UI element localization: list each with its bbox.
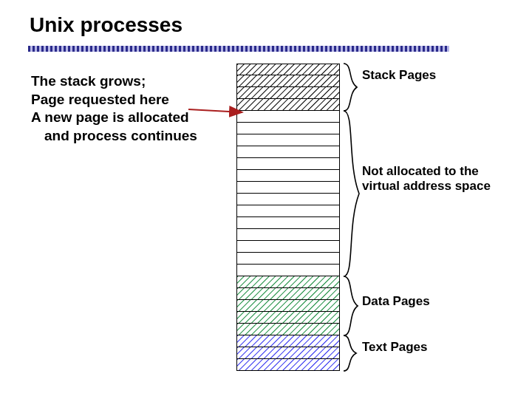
svg-rect-8	[237, 87, 340, 99]
brace-not-allocated	[344, 111, 359, 276]
memory-row-stack	[236, 75, 340, 87]
svg-rect-16	[237, 300, 340, 312]
label-not-allocated-l1: Not allocated to the	[362, 164, 479, 178]
label-text-pages: Text Pages	[362, 340, 428, 355]
svg-rect-12	[237, 276, 340, 288]
title-divider	[28, 46, 449, 52]
memory-row-empty	[236, 265, 340, 276]
svg-rect-26	[237, 359, 340, 371]
desc-line-3: A new page is allocated	[31, 109, 189, 125]
svg-rect-14	[237, 288, 340, 300]
desc-line-4: and process continues	[31, 127, 197, 146]
memory-row-empty	[236, 194, 340, 205]
memory-row-empty	[236, 123, 340, 134]
memory-row-empty	[236, 111, 340, 123]
memory-row-empty	[236, 134, 340, 146]
memory-row-stack	[236, 64, 340, 75]
memory-row-data	[236, 312, 340, 324]
memory-row-empty	[236, 217, 340, 229]
desc-line-2: Page requested here	[31, 92, 169, 107]
svg-rect-4	[237, 64, 340, 75]
memory-row-empty	[236, 182, 340, 194]
svg-rect-20	[237, 324, 340, 335]
svg-rect-2	[28, 46, 449, 52]
memory-row-text	[236, 335, 340, 347]
desc-line-1: The stack grows;	[31, 73, 146, 89]
memory-row-text	[236, 347, 340, 359]
label-not-allocated-l2: virtual address space	[362, 179, 491, 193]
memory-row-empty	[236, 205, 340, 217]
slide-title: Unix processes	[30, 13, 183, 37]
memory-row-data	[236, 300, 340, 312]
memory-row-empty	[236, 158, 340, 170]
memory-column	[236, 64, 340, 371]
memory-row-data	[236, 288, 340, 300]
memory-row-text	[236, 359, 340, 371]
svg-rect-10	[237, 99, 340, 111]
memory-row-data	[236, 276, 340, 288]
brace-data	[344, 276, 358, 335]
memory-row-empty	[236, 241, 340, 253]
memory-row-empty	[236, 146, 340, 158]
slide: Unix processes The stack grows; Page req…	[0, 0, 532, 399]
memory-row-stack	[236, 99, 340, 111]
svg-rect-18	[237, 312, 340, 324]
memory-row-stack	[236, 87, 340, 99]
svg-rect-6	[237, 75, 340, 87]
label-stack-pages: Stack Pages	[362, 68, 436, 83]
svg-rect-22	[237, 335, 340, 347]
memory-row-data	[236, 324, 340, 335]
brace-text	[344, 335, 356, 371]
svg-rect-24	[237, 347, 340, 359]
memory-row-empty	[236, 229, 340, 241]
memory-row-empty	[236, 253, 340, 265]
description-text: The stack grows; Page requested here A n…	[31, 72, 197, 146]
label-data-pages: Data Pages	[362, 294, 430, 309]
label-not-allocated: Not allocated to the virtual address spa…	[362, 164, 491, 193]
brace-stack	[344, 64, 357, 111]
memory-row-empty	[236, 170, 340, 182]
